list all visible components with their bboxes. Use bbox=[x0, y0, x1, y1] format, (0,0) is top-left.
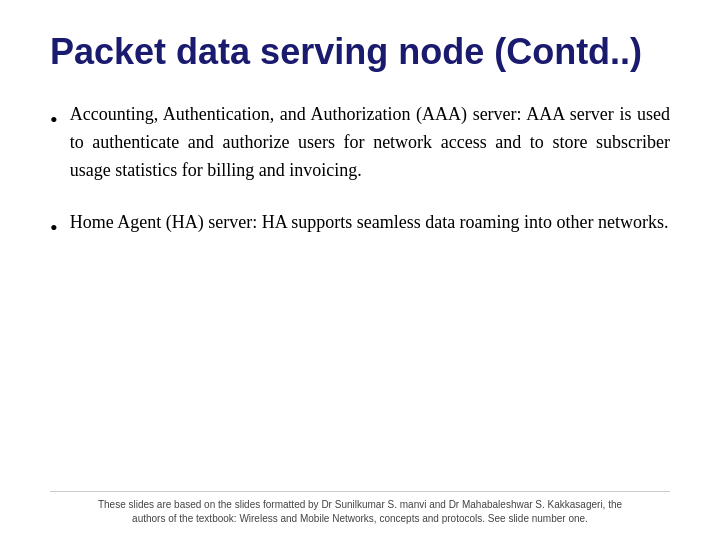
slide: Packet data serving node (Contd..) • Acc… bbox=[0, 0, 720, 540]
slide-title: Packet data serving node (Contd..) bbox=[50, 30, 670, 73]
footer-line2: authors of the textbook: Wireless and Mo… bbox=[132, 513, 588, 524]
bullet-dot-2: • bbox=[50, 211, 58, 244]
content-area: • Accounting, Authentication, and Author… bbox=[50, 101, 670, 520]
bullet-text-2: Home Agent (HA) server: HA supports seam… bbox=[70, 209, 669, 237]
footer-divider bbox=[50, 491, 670, 492]
footer: These slides are based on the slides for… bbox=[50, 491, 670, 526]
bullet-item-1: • Accounting, Authentication, and Author… bbox=[50, 101, 670, 185]
footer-line1: These slides are based on the slides for… bbox=[98, 499, 622, 510]
bullet-item-2: • Home Agent (HA) server: HA supports se… bbox=[50, 209, 670, 244]
bullet-text-1: Accounting, Authentication, and Authoriz… bbox=[70, 101, 670, 185]
bullet-dot-1: • bbox=[50, 103, 58, 136]
